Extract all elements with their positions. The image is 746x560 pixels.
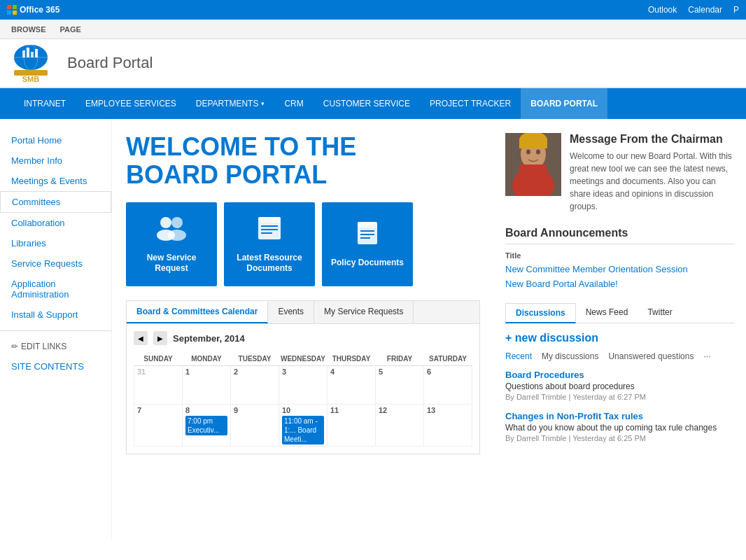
disc-tab-twitter[interactable]: Twitter xyxy=(638,303,682,323)
svg-rect-33 xyxy=(519,139,547,148)
cal-day-12: 12 xyxy=(376,405,424,447)
tiles-row: New Service Request Latest Resource Docu… xyxy=(126,202,480,286)
tab-board-committees-calendar[interactable]: Board & Committees Calendar xyxy=(127,301,268,323)
svg-rect-23 xyxy=(360,230,374,232)
sidebar-item-collaboration[interactable]: Collaboration xyxy=(0,213,111,233)
svg-point-12 xyxy=(160,217,171,228)
browse-bar: BROWSE PAGE xyxy=(0,20,746,39)
calendar-link[interactable]: Calendar xyxy=(688,5,722,15)
announcements-column-header: Title xyxy=(505,251,735,260)
cal-day-8: 87:00 pm Executiv... xyxy=(183,405,231,447)
calendar-next-button[interactable]: ▶ xyxy=(153,331,167,345)
disc-filter-unanswered[interactable]: Unanswered questions xyxy=(608,351,694,361)
top-bar-left: Office 365 xyxy=(7,5,59,15)
sidebar: Portal Home Member Info Meetings & Event… xyxy=(0,119,112,539)
disc-desc-2: What do you know about the up coming tax… xyxy=(505,423,735,433)
cal-day-2: 2 xyxy=(231,366,279,405)
nav-bar: INTRANET EMPLOYEE SERVICES DEPARTMENTS ▾… xyxy=(0,88,746,119)
sidebar-item-portal-home[interactable]: Portal Home xyxy=(0,130,111,150)
edit-links-label: EDIT LINKS xyxy=(21,342,66,351)
nav-employee-services[interactable]: EMPLOYEE SERVICES xyxy=(76,88,186,119)
cal-day-31: 31 xyxy=(134,366,183,405)
chairman-title: Message From the Chairman xyxy=(570,133,735,146)
new-discussion-button[interactable]: + new discussion xyxy=(505,332,735,344)
nav-departments[interactable]: DEPARTMENTS ▾ xyxy=(186,88,275,119)
svg-point-15 xyxy=(168,230,186,241)
discussion-item-2: Changes in Non-Profit Tax rules What do … xyxy=(505,411,735,442)
welcome-title: WELCOME TO THE BOARD PORTAL xyxy=(126,133,420,188)
cal-event-board-meeting[interactable]: 11:00 am - 1:... Board Meeti... xyxy=(282,416,324,444)
top-bar: Office 365 Outlook Calendar P xyxy=(0,0,746,20)
disc-title-1[interactable]: Board Procedures xyxy=(505,370,735,380)
cal-header-friday: FRIDAY xyxy=(376,352,424,366)
svg-rect-22 xyxy=(358,222,377,227)
sidebar-item-meetings-events[interactable]: Meetings & Events xyxy=(0,171,111,191)
page-button[interactable]: PAGE xyxy=(60,25,81,34)
calendar-prev-button[interactable]: ◀ xyxy=(134,331,148,345)
site-header: SMB Board Portal xyxy=(0,39,746,88)
top-bar-right: Outlook Calendar P xyxy=(648,5,739,15)
cal-header-thursday: THURSDAY xyxy=(328,352,376,366)
chairman-photo xyxy=(505,133,561,196)
disc-tab-news-feed[interactable]: News Feed xyxy=(576,303,638,323)
chairman-section: Message From the Chairman Welcome to our… xyxy=(505,133,735,213)
cal-day-11: 11 xyxy=(328,405,376,447)
sidebar-site-contents[interactable]: SITE CONTENTS xyxy=(0,356,111,377)
nav-intranet[interactable]: INTRANET xyxy=(14,88,76,119)
doc-icon xyxy=(353,220,381,252)
svg-rect-20 xyxy=(261,232,272,234)
sidebar-item-service-requests[interactable]: Service Requests xyxy=(0,253,111,274)
more-link[interactable]: P xyxy=(733,5,739,15)
disc-filter-my-discussions[interactable]: My discussions xyxy=(542,351,598,361)
announcements-title: Board Announcements xyxy=(505,227,735,244)
sidebar-item-libraries[interactable]: Libraries xyxy=(0,233,111,253)
disc-title-2[interactable]: Changes in Non-Profit Tax rules xyxy=(505,411,735,421)
disc-filter-recent[interactable]: Recent xyxy=(505,351,532,361)
cal-day-9: 9 xyxy=(231,405,279,447)
departments-caret: ▾ xyxy=(261,100,265,107)
sidebar-item-member-info[interactable]: Member Info xyxy=(0,150,111,171)
calendar-tabs-container: Board & Committees Calendar Events My Se… xyxy=(126,300,480,454)
tile-latest-resource[interactable]: Latest Resource Documents xyxy=(224,202,315,286)
cal-header-sunday: SUNDAY xyxy=(134,352,183,366)
discussion-item-1: Board Procedures Questions about board p… xyxy=(505,370,735,401)
discussions-section: Discussions News Feed Twitter + new disc… xyxy=(505,303,735,442)
disc-meta-2: By Darrell Trimble | Yesterday at 6:25 P… xyxy=(505,434,735,442)
cal-day-5: 5 xyxy=(376,366,424,405)
calendar-month-title: September, 2014 xyxy=(173,333,245,344)
outlook-link[interactable]: Outlook xyxy=(648,5,677,15)
site-title: Board Portal xyxy=(67,54,153,72)
tab-my-service-requests[interactable]: My Service Requests xyxy=(314,301,414,323)
ann-link-1[interactable]: New Committee Member Orientation Session xyxy=(505,264,735,274)
svg-rect-17 xyxy=(258,217,281,223)
cal-event-executive[interactable]: 7:00 pm Executiv... xyxy=(185,416,227,435)
browse-button[interactable]: BROWSE xyxy=(11,25,46,34)
office365-label: Office 365 xyxy=(20,5,59,15)
nav-board-portal[interactable]: BOARD PORTAL xyxy=(521,88,607,119)
svg-point-30 xyxy=(526,150,530,155)
nav-project-tracker[interactable]: PROJECT TRACKER xyxy=(420,88,521,119)
sidebar-item-committees[interactable]: Committees xyxy=(0,191,111,213)
svg-rect-29 xyxy=(519,164,547,186)
logo-image: SMB xyxy=(11,45,50,81)
nav-customer-service[interactable]: CUSTOMER SERVICE xyxy=(314,88,420,119)
sidebar-edit-links[interactable]: ✏ EDIT LINKS xyxy=(0,337,111,356)
chairman-body: Welcome to our new Board Portal. With th… xyxy=(570,150,735,213)
nav-crm[interactable]: CRM xyxy=(274,88,313,119)
cal-day-3: 3 xyxy=(279,366,328,405)
disc-filter-more[interactable]: ··· xyxy=(703,351,710,361)
calendar-row-2: 7 87:00 pm Executiv... 9 1011:00 am - 1:… xyxy=(134,405,472,447)
svg-rect-1 xyxy=(13,5,17,9)
svg-rect-9 xyxy=(27,48,29,57)
sidebar-item-app-admin[interactable]: Application Administration xyxy=(0,274,111,304)
sidebar-item-install-support[interactable]: Install & Support xyxy=(0,304,111,325)
tile-policy-docs[interactable]: Policy Documents xyxy=(322,202,413,286)
ann-link-2[interactable]: New Board Portal Available! xyxy=(505,279,735,289)
disc-tab-discussions[interactable]: Discussions xyxy=(505,303,576,323)
calendar-nav: ◀ ▶ September, 2014 xyxy=(134,331,472,345)
office365-logo: Office 365 xyxy=(7,5,59,15)
svg-rect-25 xyxy=(360,237,370,239)
disc-meta-1: By Darrell Trimble | Yesterday at 6:27 P… xyxy=(505,393,735,401)
tab-events[interactable]: Events xyxy=(268,301,314,323)
tile-new-service-request[interactable]: New Service Request xyxy=(126,202,217,286)
